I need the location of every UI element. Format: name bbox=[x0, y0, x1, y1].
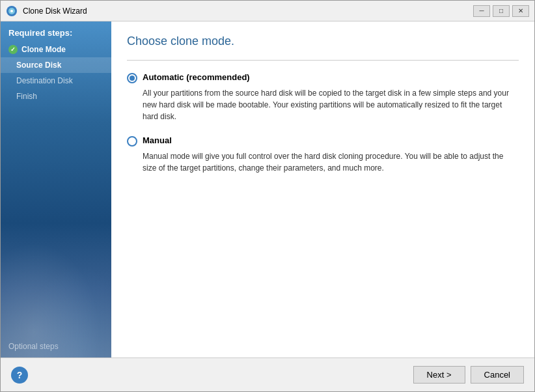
title-bar: Clone Disk Wizard ─ □ ✕ bbox=[1, 1, 534, 21]
option-automatic-row[interactable]: Automatic (recommended) bbox=[127, 72, 519, 83]
window-title: Clone Disk Wizard bbox=[23, 7, 473, 16]
next-button[interactable]: Next > bbox=[413, 366, 465, 384]
check-icon: ✓ bbox=[8, 45, 18, 54]
nav-buttons: Next > Cancel bbox=[413, 366, 524, 384]
sidebar-item-clone-mode[interactable]: ✓ Clone Mode bbox=[1, 42, 111, 57]
clone-mode-label: Clone Mode bbox=[21, 45, 66, 54]
sidebar-item-finish[interactable]: Finish bbox=[1, 89, 111, 104]
close-button[interactable]: ✕ bbox=[512, 5, 529, 17]
minimize-button[interactable]: ─ bbox=[473, 5, 490, 17]
right-panel: Choose clone mode. Automatic (recommende… bbox=[111, 21, 534, 357]
divider bbox=[127, 60, 519, 61]
app-icon bbox=[6, 5, 18, 17]
bottom-bar: ? Next > Cancel bbox=[1, 357, 534, 391]
radio-automatic[interactable] bbox=[127, 73, 137, 83]
option-manual: Manual Manual mode will give you full co… bbox=[127, 135, 519, 174]
main-content: Required steps: ✓ Clone Mode Source Disk… bbox=[1, 21, 534, 357]
radio-manual[interactable] bbox=[127, 136, 137, 147]
cancel-button[interactable]: Cancel bbox=[471, 366, 524, 384]
option-manual-label: Manual bbox=[143, 135, 172, 145]
window-controls: ─ □ ✕ bbox=[473, 5, 529, 17]
option-automatic-desc: All your partitions from the source hard… bbox=[143, 87, 519, 122]
destination-disk-label: Destination Disk bbox=[16, 76, 73, 85]
option-automatic-label: Automatic (recommended) bbox=[143, 72, 250, 82]
sidebar-item-source-disk[interactable]: Source Disk bbox=[1, 57, 111, 73]
optional-steps-label: Optional steps bbox=[8, 342, 59, 351]
maximize-button[interactable]: □ bbox=[493, 5, 510, 17]
finish-label: Finish bbox=[16, 92, 37, 101]
source-disk-label: Source Disk bbox=[16, 61, 61, 70]
required-steps-label: Required steps: bbox=[1, 21, 111, 42]
sidebar-item-destination-disk[interactable]: Destination Disk bbox=[1, 73, 111, 89]
svg-point-2 bbox=[10, 10, 13, 12]
help-button[interactable]: ? bbox=[11, 367, 28, 384]
panel-title: Choose clone mode. bbox=[127, 35, 519, 48]
option-manual-desc: Manual mode will give you full control o… bbox=[143, 150, 519, 174]
option-manual-row[interactable]: Manual bbox=[127, 135, 519, 147]
sidebar: Required steps: ✓ Clone Mode Source Disk… bbox=[1, 21, 111, 357]
option-automatic: Automatic (recommended) All your partiti… bbox=[127, 72, 519, 122]
